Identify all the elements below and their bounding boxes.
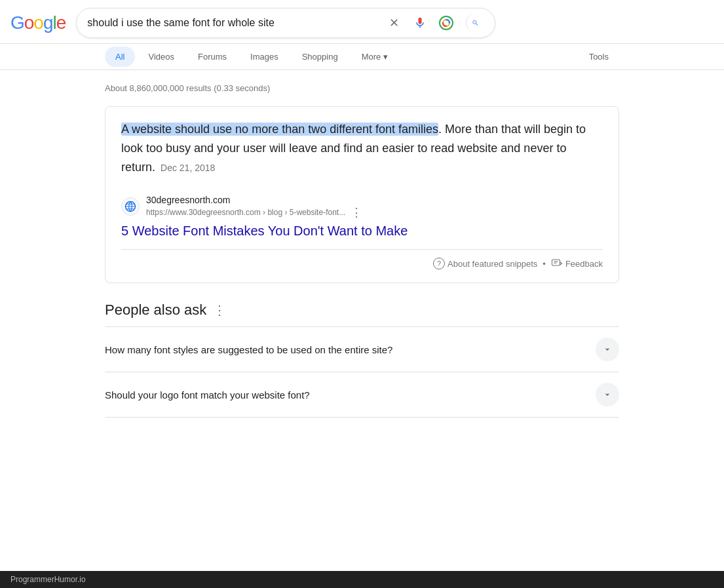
feedback-label: Feedback [565,259,603,269]
featured-snippet: A website should use no more than two di… [105,106,619,283]
main-content: About 8,860,000,000 results (0.33 second… [0,70,724,431]
globe-icon [124,201,136,212]
feedback-icon [551,258,563,269]
question-icon: ? [433,258,445,269]
snippet-text: A website should use no more than two di… [121,120,603,176]
clear-button[interactable]: ✕ [385,14,403,32]
paa-item-1[interactable]: How many font styles are suggested to be… [105,327,619,372]
source-name: 30degreesnorth.com [146,195,362,205]
snippet-source: 30degreesnorth.com https://www.30degrees… [121,187,603,218]
voice-search-button[interactable] [411,14,429,32]
paa-menu-icon[interactable]: ⋮ [213,302,226,318]
clear-icon: ✕ [389,16,399,30]
paa-header: People also ask ⋮ [105,302,619,319]
bullet-separator: • [543,259,546,269]
tab-forums[interactable]: Forums [187,47,237,67]
source-info: 30degreesnorth.com https://www.30degrees… [146,195,362,218]
header: Google should i use the same font for wh… [0,0,724,44]
search-bar: should i use the same font for whole sit… [76,8,495,38]
google-logo[interactable]: Google [10,12,66,33]
about-snippets[interactable]: ? About featured snippets [433,258,537,269]
feedback-button[interactable]: Feedback [551,258,603,269]
chevron-down-icon-2 [602,389,613,400]
snippet-link[interactable]: 5 Website Font Mistakes You Don't Want t… [121,224,603,239]
paa-chevron-2 [596,383,619,406]
paa-item-2[interactable]: Should your logo font match your website… [105,372,619,418]
tab-videos[interactable]: Videos [138,47,185,67]
svg-rect-3 [552,260,560,265]
tab-all[interactable]: All [105,47,135,67]
tools-button[interactable]: Tools [579,47,619,67]
chevron-down-icon-1 [602,344,613,355]
about-snippets-label: About featured snippets [448,259,537,269]
lens-icon [438,15,454,31]
paa-title: People also ask [105,302,206,319]
search-button[interactable] [466,14,484,32]
search-input[interactable]: should i use the same font for whole sit… [87,17,379,29]
mic-icon [413,16,427,29]
snippet-date: Dec 21, 2018 [161,163,215,173]
source-url-row: https://www.30degreesnorth.com › blog › … [146,206,362,218]
search-icon [472,16,479,29]
paa-chevron-1 [596,338,619,361]
tab-shopping[interactable]: Shopping [292,47,349,67]
search-icons: ✕ [385,14,484,32]
tab-images[interactable]: Images [240,47,289,67]
paa-question-1: How many font styles are suggested to be… [105,344,392,355]
paa-question-2: Should your logo font match your website… [105,389,310,401]
nav-tabs: All Videos Forums Images Shopping More ▾… [0,44,724,70]
results-info: About 8,860,000,000 results (0.33 second… [105,83,619,93]
tab-more[interactable]: More ▾ [351,47,399,67]
search-bar-wrapper: should i use the same font for whole sit… [76,8,495,38]
more-chevron-icon: ▾ [383,52,388,62]
people-also-ask: People also ask ⋮ How many font styles a… [105,302,619,418]
svg-point-0 [440,16,453,29]
snippet-highlight: A website should use no more than two di… [121,123,438,136]
more-options-icon[interactable]: ⋮ [351,206,362,218]
snippet-footer: ? About featured snippets • Feedback [121,249,603,269]
source-favicon [121,197,140,216]
lens-button[interactable] [437,14,455,32]
source-url: https://www.30degreesnorth.com › blog › … [146,208,345,217]
